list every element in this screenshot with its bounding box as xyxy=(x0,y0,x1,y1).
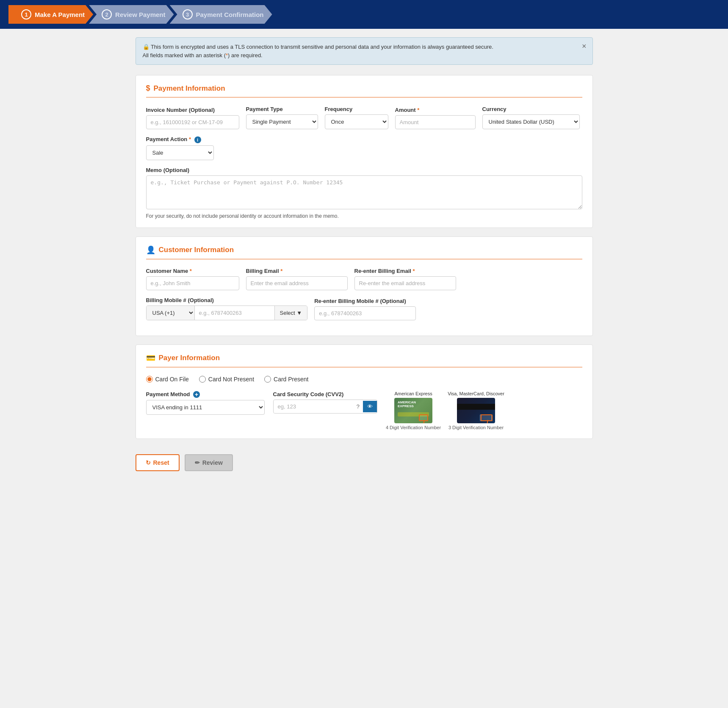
billing-email-input[interactable] xyxy=(246,276,348,290)
step-1-num: 1 xyxy=(21,9,31,19)
payment-type-select[interactable]: Single Payment Recurring xyxy=(246,114,318,129)
reenter-email-label: Re-enter Billing Email * xyxy=(354,268,456,274)
step-3-num: 3 xyxy=(183,9,193,19)
payment-method-group: Payment Method + VISA ending in 1111 MC … xyxy=(146,391,265,415)
name-required-star: * xyxy=(190,268,192,274)
payer-radio-group: Card On File Card Not Present Card Prese… xyxy=(146,376,582,383)
customer-name-group: Customer Name * xyxy=(146,268,239,290)
email-required-star: * xyxy=(280,268,282,274)
customer-name-input[interactable] xyxy=(146,276,239,290)
step-3-label: Payment Confirmation xyxy=(196,11,264,18)
step-2[interactable]: 2 Review Payment xyxy=(89,5,174,24)
visa-card-visual xyxy=(457,398,495,423)
step-1-label: Make A Payment xyxy=(35,11,85,18)
amount-label: Amount * xyxy=(395,107,476,113)
reenter-mobile-input[interactable] xyxy=(314,306,416,320)
alert-text-2: All fields marked with an asterisk (*) a… xyxy=(143,51,586,60)
question-icon: ? xyxy=(357,403,360,410)
pencil-icon: ✏ xyxy=(195,459,200,466)
step-1[interactable]: 1 Make A Payment xyxy=(8,5,93,24)
mobile-input-group: USA (+1) UK (+44) Canada (+1) Select ▼ xyxy=(146,305,308,320)
payment-information-section: $ Payment Information Invoice Number (Op… xyxy=(136,75,593,228)
memo-textarea[interactable] xyxy=(146,175,582,209)
currency-select[interactable]: United States Dollar (USD) Euro (EUR) Br… xyxy=(482,114,580,129)
billing-email-label: Billing Email * xyxy=(246,268,348,274)
frequency-group: Frequency Once Monthly Weekly xyxy=(325,106,388,129)
payment-action-select[interactable]: Sale Authorization Capture xyxy=(146,145,214,160)
payment-action-info-icon[interactable]: i xyxy=(194,136,201,143)
customer-name-label: Customer Name * xyxy=(146,268,239,274)
payment-section-title: $ Payment Information xyxy=(146,84,582,97)
add-payment-method-icon[interactable]: + xyxy=(193,391,200,398)
amount-required-star: * xyxy=(417,107,419,113)
cvv-help-button[interactable]: ? xyxy=(353,401,363,412)
customer-row-1: Customer Name * Billing Email * Re-enter… xyxy=(146,268,582,290)
main-container: 🔒 This form is encrypted and uses a TLS … xyxy=(127,29,601,483)
payer-row: Payment Method + VISA ending in 1111 MC … xyxy=(146,391,582,430)
memo-group: Memo (Optional) For your security, do no… xyxy=(146,167,582,219)
eye-icon: 👁 xyxy=(367,403,373,410)
payment-action-group: Payment Action * i Sale Authorization Ca… xyxy=(146,136,214,160)
mobile-select-button[interactable]: Select ▼ xyxy=(274,306,307,320)
review-button[interactable]: ✏ Review xyxy=(185,454,233,471)
currency-label: Currency xyxy=(482,106,580,112)
payment-row-1: Invoice Number (Optional) Payment Type S… xyxy=(146,106,582,129)
card-icon: 💳 xyxy=(146,353,155,363)
memo-label: Memo (Optional) xyxy=(146,167,582,173)
billing-mobile-group: Billing Mobile # (Optional) USA (+1) UK … xyxy=(146,297,308,320)
cvv-input[interactable] xyxy=(274,400,353,413)
card-present-radio[interactable] xyxy=(264,376,271,383)
cvv-show-button[interactable]: 👁 xyxy=(363,401,377,412)
amex-desc: 4 Digit Verification Number xyxy=(386,425,441,430)
reenter-email-input[interactable] xyxy=(354,276,456,290)
invoice-group: Invoice Number (Optional) xyxy=(146,107,239,129)
reset-button[interactable]: ↻ Reset xyxy=(136,454,180,471)
alert-box: 🔒 This form is encrypted and uses a TLS … xyxy=(136,37,593,65)
payer-information-section: 💳 Payer Information Card On File Card No… xyxy=(136,344,593,439)
invoice-input[interactable] xyxy=(146,115,239,129)
amount-group: Amount * xyxy=(395,107,476,129)
payment-method-select[interactable]: VISA ending in 1111 MC ending in 4242 xyxy=(146,400,265,415)
alert-close-button[interactable]: × xyxy=(582,42,587,51)
cvv-input-group: ? 👁 xyxy=(273,400,377,414)
payment-action-required-star: * xyxy=(189,136,191,142)
mobile-input[interactable] xyxy=(195,306,274,320)
visa-label: Visa, MasterCard, Discover xyxy=(448,391,504,396)
amex-card-visual: AMERICAN EXPRESS xyxy=(394,398,432,423)
customer-section-title: 👤 Customer Information xyxy=(146,245,582,259)
frequency-select[interactable]: Once Monthly Weekly xyxy=(325,114,388,129)
payment-type-label: Payment Type xyxy=(246,106,318,112)
step-3[interactable]: 3 Payment Confirmation xyxy=(170,5,272,24)
amount-input[interactable] xyxy=(395,115,476,129)
reenter-email-group: Re-enter Billing Email * xyxy=(354,268,456,290)
card-on-file-radio[interactable] xyxy=(146,376,153,383)
customer-row-2: Billing Mobile # (Optional) USA (+1) UK … xyxy=(146,297,582,320)
memo-note: For your security, do not include person… xyxy=(146,213,582,219)
card-present-radio-label[interactable]: Card Present xyxy=(264,376,308,383)
payment-row-2: Payment Action * i Sale Authorization Ca… xyxy=(146,136,582,160)
person-icon: 👤 xyxy=(146,245,155,255)
dollar-icon: $ xyxy=(146,84,150,93)
cvv-group: Card Security Code (CVV2) ? 👁 xyxy=(273,391,377,414)
billing-mobile-label: Billing Mobile # (Optional) xyxy=(146,297,308,303)
step-nav: 1 Make A Payment 2 Review Payment 3 Paym… xyxy=(0,0,728,29)
card-images: American Express AMERICAN EXPRESS 4 Digi… xyxy=(386,391,504,430)
card-not-present-radio-label[interactable]: Card Not Present xyxy=(199,376,254,383)
reenter-email-required-star: * xyxy=(413,268,415,274)
footer-buttons: ↻ Reset ✏ Review xyxy=(136,447,593,475)
reenter-mobile-group: Re-enter Billing Mobile # (Optional) xyxy=(314,298,416,320)
card-not-present-radio[interactable] xyxy=(199,376,206,383)
currency-group: Currency United States Dollar (USD) Euro… xyxy=(482,106,580,129)
mobile-country-select[interactable]: USA (+1) UK (+44) Canada (+1) xyxy=(147,306,195,320)
alert-text-1: 🔒 This form is encrypted and uses a TLS … xyxy=(143,43,586,51)
reset-icon: ↻ xyxy=(146,459,151,466)
payment-action-label: Payment Action * i xyxy=(146,136,214,143)
card-on-file-radio-label[interactable]: Card On File xyxy=(146,376,189,383)
invoice-label: Invoice Number (Optional) xyxy=(146,107,239,113)
amex-card-group: American Express AMERICAN EXPRESS 4 Digi… xyxy=(386,391,441,430)
visa-card-group: Visa, MasterCard, Discover 3 Digit Verif… xyxy=(448,391,504,430)
billing-email-group: Billing Email * xyxy=(246,268,348,290)
visa-desc: 3 Digit Verification Number xyxy=(448,425,504,430)
step-2-label: Review Payment xyxy=(115,11,165,18)
payment-method-label: Payment Method + xyxy=(146,391,265,398)
